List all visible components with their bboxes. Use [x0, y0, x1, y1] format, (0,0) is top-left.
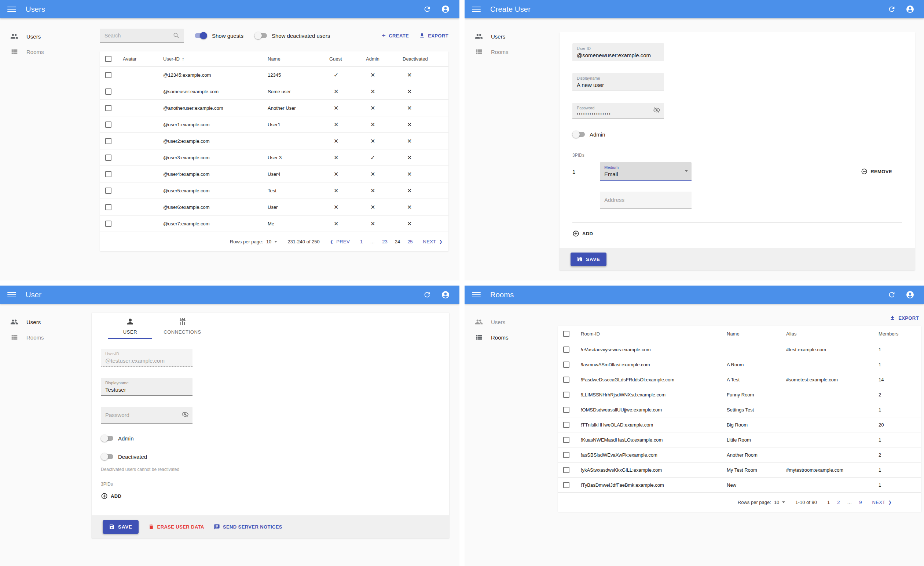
room-table-row[interactable]: !FasdweDssccaGLdsFRddsOl:example.com A T… — [558, 372, 921, 387]
sidebar-item[interactable]: Users — [0, 314, 92, 330]
room-table-row[interactable]: !lasmnwASmDllasi:example.com A Room 1 — [558, 357, 921, 372]
row-checkbox[interactable] — [563, 361, 569, 368]
page-link[interactable]: 24 — [395, 239, 400, 244]
menu-icon[interactable] — [8, 291, 16, 299]
user-table-row[interactable]: @someuser:example.com Some user ✕ ✕ ✕ — [100, 83, 448, 100]
save-button[interactable]: SAVE — [103, 520, 139, 534]
user-table-row[interactable]: @user4:example.com User4 ✕ ✕ ✕ — [100, 166, 448, 182]
add-threepid-button[interactable]: ADD — [572, 230, 593, 237]
account-icon[interactable] — [439, 288, 452, 301]
user-table-row[interactable]: @user6:example.com User ✕ ✕ ✕ — [100, 199, 448, 215]
col-name[interactable]: Name — [727, 331, 786, 337]
account-icon[interactable] — [439, 3, 452, 16]
row-checkbox[interactable] — [563, 422, 569, 428]
row-checkbox[interactable] — [105, 221, 111, 227]
admin-toggle[interactable] — [572, 131, 585, 138]
refresh-icon[interactable] — [885, 3, 898, 16]
col-guest[interactable]: Guest — [329, 56, 366, 62]
user-table-row[interactable]: @user5:example.com Test ✕ ✕ ✕ — [100, 182, 448, 199]
row-checkbox[interactable] — [563, 346, 569, 353]
row-checkbox[interactable] — [563, 376, 569, 383]
user-table-row[interactable]: @user3:example.com User 3 ✕ ✓ ✕ — [100, 149, 448, 166]
sidebar-item[interactable]: Rooms — [0, 330, 92, 345]
tab[interactable]: CONNECTIONS — [152, 313, 213, 339]
row-checkbox[interactable] — [563, 437, 569, 443]
refresh-icon[interactable] — [421, 288, 434, 301]
row-checkbox[interactable] — [105, 138, 111, 144]
row-checkbox[interactable] — [563, 482, 569, 488]
page-link[interactable]: 9 — [859, 500, 862, 505]
sidebar-item[interactable]: Users — [465, 314, 556, 330]
user-table-row[interactable]: @user2:example.com ✕ ✕ ✕ — [100, 133, 448, 149]
erase-user-data-button[interactable]: ERASE USER DATA — [148, 524, 204, 530]
row-checkbox[interactable] — [563, 452, 569, 458]
rows-per-page-select[interactable]: Rows per page: 10 — [230, 239, 278, 244]
account-icon[interactable] — [903, 288, 916, 301]
menu-icon[interactable] — [472, 5, 481, 14]
sidebar-item[interactable]: Users — [0, 29, 92, 44]
room-table-row[interactable]: !eVasdacvxysewus:example.com #test:examp… — [558, 342, 921, 357]
remove-threepid-button[interactable]: REMOVE — [861, 168, 892, 175]
password-field[interactable]: Password •••••••••••••••• — [572, 103, 664, 119]
col-deactivated[interactable]: Deactivated — [403, 56, 446, 62]
menu-icon[interactable] — [472, 291, 481, 299]
rows-per-page-select[interactable]: Rows per page: 10 — [738, 500, 785, 505]
col-room-id[interactable]: Room-ID — [581, 331, 727, 337]
col-members[interactable]: Members — [879, 331, 912, 337]
next-page-button[interactable]: NEXT❯ — [423, 239, 442, 244]
deactivated-toggle[interactable] — [101, 453, 113, 460]
row-checkbox[interactable] — [105, 188, 111, 194]
add-threepid-button[interactable]: ADD — [101, 492, 122, 500]
tab[interactable]: USER — [108, 313, 152, 339]
sidebar-item[interactable]: Rooms — [465, 44, 556, 59]
displayname-field[interactable]: Displayname Testuser — [101, 378, 192, 396]
toggle-switch[interactable] — [195, 32, 207, 39]
user-table-row[interactable]: @user1:example.com User1 ✕ ✕ ✕ — [100, 116, 448, 133]
room-table-row[interactable]: !OMSDsdweassllUUjjwe:example.com Setting… — [558, 402, 921, 417]
admin-toggle[interactable] — [101, 435, 113, 442]
page-link[interactable]: 1 — [360, 239, 363, 244]
save-button[interactable]: SAVE — [570, 253, 606, 266]
prev-page-button[interactable]: ❮PREV — [330, 239, 350, 244]
room-table-row[interactable]: !TTnlslkHHweOLAD:example.com Big Room 20 — [558, 417, 921, 432]
user-table-row[interactable]: @user7:example.com Me ✕ ✕ ✕ — [100, 215, 448, 232]
row-checkbox[interactable] — [105, 72, 111, 78]
col-alias[interactable]: Alias — [786, 331, 879, 337]
row-checkbox[interactable] — [105, 122, 111, 128]
row-checkbox[interactable] — [105, 204, 111, 210]
export-button[interactable]: EXPORT — [419, 32, 448, 40]
next-page-button[interactable]: NEXT❯ — [872, 500, 892, 505]
user-table-row[interactable]: @anotheruser:example.com Another User ✕ … — [100, 100, 448, 116]
toggle-switch[interactable] — [255, 32, 267, 39]
medium-select[interactable]: Medium Email — [600, 162, 692, 181]
page-link[interactable]: 2 — [837, 500, 840, 505]
user-id-field[interactable]: User-ID @somenewuser:example.com — [572, 43, 664, 61]
room-table-row[interactable]: !TyBasDmweIJdfFaeBmk:example.com New 1 — [558, 477, 921, 492]
user-table-row[interactable]: @12345:example.com 12345 ✓ ✕ ✕ — [100, 67, 448, 83]
col-name[interactable]: Name — [268, 56, 329, 62]
page-link[interactable]: … — [847, 500, 852, 505]
select-all-checkbox[interactable] — [563, 331, 569, 337]
send-server-notices-button[interactable]: SEND SERVER NOTICES — [214, 524, 282, 530]
menu-icon[interactable] — [8, 5, 16, 14]
page-link[interactable]: … — [370, 239, 375, 244]
page-link[interactable]: 1 — [827, 500, 830, 505]
sidebar-item[interactable]: Users — [465, 29, 556, 44]
room-table-row[interactable]: !KuasNWEMasdHasLOs:example.com Little Ro… — [558, 432, 921, 447]
create-button[interactable]: +CREATE — [382, 32, 409, 40]
row-checkbox[interactable] — [105, 105, 111, 111]
refresh-icon[interactable] — [421, 3, 434, 16]
sidebar-item[interactable]: Rooms — [0, 44, 92, 59]
col-admin[interactable]: Admin — [366, 56, 403, 62]
col-user-id[interactable]: User-ID↑ — [163, 56, 268, 62]
search-input[interactable] — [105, 33, 173, 39]
account-icon[interactable] — [903, 3, 916, 16]
room-table-row[interactable]: !LLIMSSNHrhRjsdWNXsd:example.com Funny R… — [558, 387, 921, 402]
room-table-row[interactable]: !ykAStwxasdwsKkxGILL:example.com My Test… — [558, 462, 921, 477]
sidebar-item[interactable]: Rooms — [465, 330, 556, 345]
page-link[interactable]: 25 — [407, 239, 412, 244]
row-checkbox[interactable] — [563, 391, 569, 398]
visibility-off-icon[interactable] — [182, 411, 189, 420]
row-checkbox[interactable] — [563, 467, 569, 473]
address-field[interactable]: Address — [600, 191, 692, 208]
